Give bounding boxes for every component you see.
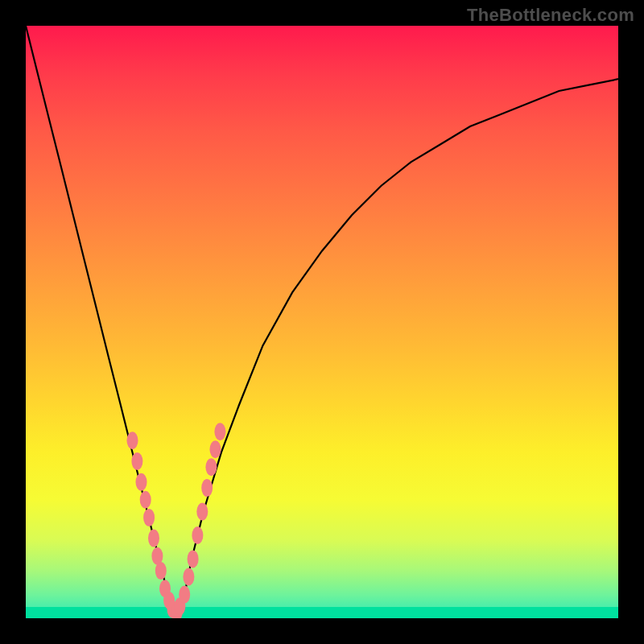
sample-dot [201,479,213,497]
sample-dot [148,530,159,547]
sample-dot [183,568,194,586]
sample-dot [179,586,190,604]
plot-area [26,26,618,618]
sample-dot [214,423,225,440]
sample-dot [140,491,151,509]
sample-dot [205,458,217,476]
sample-dots-group [127,423,226,618]
watermark-text: TheBottleneck.com [467,5,634,26]
sample-dot [155,562,167,580]
sample-dot [136,473,147,491]
sample-dot [210,440,221,458]
sample-dot [188,550,199,568]
sample-dot [192,526,203,544]
sample-dot [127,431,138,449]
outer-frame: TheBottleneck.com [0,0,644,644]
chart-svg [26,26,618,618]
sample-dot [143,509,155,526]
bottleneck-curve [26,26,618,613]
sample-dot [131,452,142,470]
sample-dot [196,503,208,521]
